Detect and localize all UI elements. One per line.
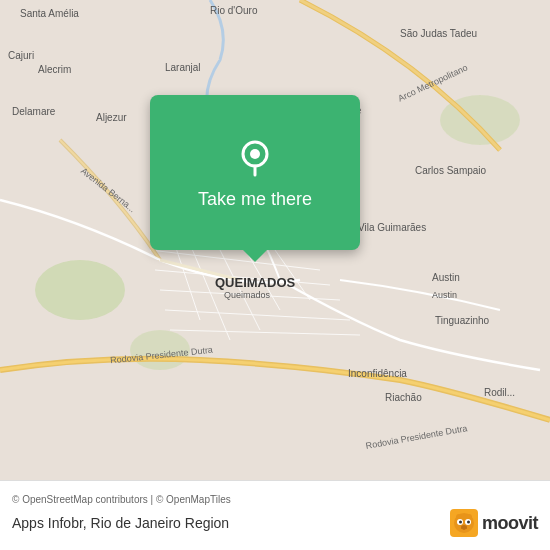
bottom-bar: © OpenStreetMap contributors | © OpenMap…	[0, 480, 550, 550]
app-name: Apps Infobr, Rio de Janeiro Region	[12, 515, 229, 531]
svg-point-20	[466, 514, 472, 520]
svg-point-24	[467, 521, 470, 524]
location-pin-icon	[233, 135, 277, 179]
app-info-row: Apps Infobr, Rio de Janeiro Region	[12, 509, 538, 537]
svg-point-2	[130, 330, 190, 370]
take-me-there-button[interactable]: Take me there	[150, 95, 360, 250]
moovit-text: moovit	[482, 513, 538, 534]
svg-point-23	[459, 521, 462, 524]
moovit-logo: moovit	[450, 509, 538, 537]
take-me-label: Take me there	[198, 189, 312, 210]
moovit-icon	[450, 509, 478, 537]
svg-point-1	[35, 260, 125, 320]
svg-point-15	[250, 149, 260, 159]
svg-point-19	[456, 514, 462, 520]
attribution-text: © OpenStreetMap contributors | © OpenMap…	[12, 494, 538, 505]
map-container: Santa Amélia Rio d'Ouro São Judas Tadeu …	[0, 0, 550, 480]
